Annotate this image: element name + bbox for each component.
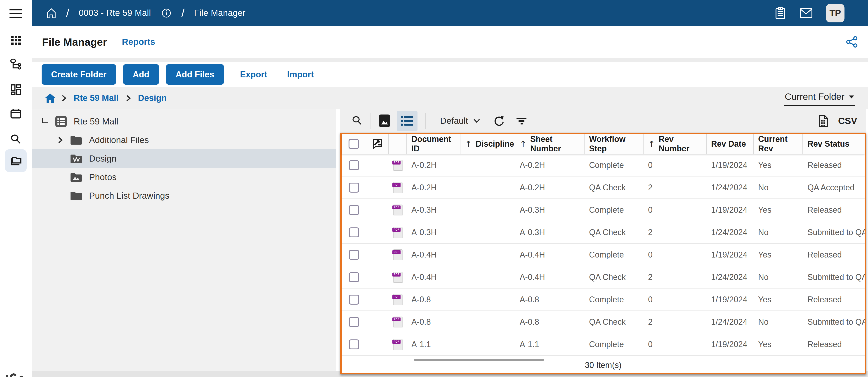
- cell-document-id[interactable]: A-0.3H: [407, 228, 460, 237]
- avatar[interactable]: TP: [826, 4, 844, 22]
- cell-workflow-step: QA Check: [585, 272, 644, 282]
- share-icon[interactable]: [845, 35, 858, 48]
- folder-breadcrumb: Rte 59 Mall Design Current Folder: [32, 87, 868, 109]
- pdf-file-icon[interactable]: PDF: [393, 250, 402, 260]
- markup-column-header[interactable]: [366, 134, 389, 154]
- breadcrumb-folder-link[interactable]: Design: [138, 93, 167, 103]
- tree-item-design[interactable]: Design: [32, 149, 336, 168]
- column-header-current-rev[interactable]: Current Rev: [754, 134, 803, 154]
- row-checkbox[interactable]: [349, 205, 359, 215]
- cell-rev-date: 1/24/2024: [707, 228, 754, 237]
- pdf-file-icon[interactable]: PDF: [393, 205, 402, 215]
- select-all-checkbox[interactable]: [348, 139, 359, 149]
- pdf-badge: PDF: [393, 250, 401, 254]
- column-header-rev-date[interactable]: Rev Date: [707, 134, 754, 154]
- pdf-file-icon[interactable]: PDF: [393, 294, 402, 305]
- cell-rev-date: 1/19/2024: [707, 250, 754, 260]
- import-button[interactable]: Import: [287, 70, 314, 80]
- search-icon[interactable]: [351, 115, 363, 127]
- csv-file-icon[interactable]: [818, 115, 829, 127]
- column-header-workflow-step[interactable]: Workflow Step: [585, 134, 644, 154]
- reports-link[interactable]: Reports: [122, 37, 155, 47]
- row-checkbox[interactable]: [349, 160, 359, 170]
- column-header-discipline[interactable]: ↑ Discipline: [460, 134, 515, 154]
- cell-document-id[interactable]: A-1.1: [407, 340, 460, 349]
- row-checkbox[interactable]: [349, 227, 359, 237]
- folder-icon: [70, 190, 83, 201]
- hamburger-menu-icon[interactable]: [9, 9, 22, 18]
- cell-sheet-number: A-0.2H: [515, 161, 585, 170]
- breadcrumb-project[interactable]: 0003 - Rte 59 Mall: [79, 8, 151, 18]
- pdf-file-icon[interactable]: PDF: [393, 272, 402, 283]
- column-header-rev-status[interactable]: Rev Status: [803, 134, 865, 154]
- folder-scope-select[interactable]: Current Folder: [784, 90, 855, 106]
- pdf-file-icon[interactable]: PDF: [393, 227, 402, 238]
- column-header-document-id[interactable]: Document ID: [407, 134, 460, 154]
- table-row[interactable]: PDF A-0.3H A-0.3H QA Check 2 1/24/2024 N…: [342, 221, 865, 244]
- cell-document-id[interactable]: A-0.8: [407, 317, 460, 327]
- cell-document-id[interactable]: A-0.2H: [407, 161, 460, 170]
- clipboard-icon[interactable]: [774, 6, 786, 20]
- table-row[interactable]: PDF A-0.4H A-0.4H QA Check 2 1/24/2024 N…: [342, 266, 865, 289]
- tree-root-node[interactable]: Rte 59 Mall: [32, 112, 336, 131]
- dashboard-icon[interactable]: [0, 83, 32, 95]
- breadcrumb-project-link[interactable]: Rte 59 Mall: [74, 93, 119, 103]
- table-row[interactable]: PDF A-1.1 A-1.1 Complete 0 1/19/2024 Yes…: [342, 333, 865, 356]
- row-checkbox[interactable]: [349, 183, 359, 193]
- column-header-sheet-number[interactable]: ↑ Sheet Number: [515, 134, 585, 154]
- chevron-right-icon[interactable]: [57, 136, 70, 144]
- row-checkbox[interactable]: [349, 272, 359, 282]
- table-row[interactable]: PDF A-0.4H A-0.4H Complete 0 1/19/2024 Y…: [342, 244, 865, 266]
- table-row[interactable]: PDF A-0.8 A-0.8 Complete 0 1/19/2024 Yes…: [342, 289, 865, 311]
- search-icon[interactable]: [0, 133, 32, 146]
- cell-rev-date: 1/24/2024: [707, 183, 754, 192]
- file-grid-highlighted: Document ID ↑ Discipline ↑ Sheet Number …: [340, 133, 866, 374]
- cell-document-id[interactable]: A-0.3H: [407, 205, 460, 215]
- table-row[interactable]: PDF A-0.8 A-0.8 QA Check 2 1/24/2024 No …: [342, 311, 865, 333]
- pdf-badge: PDF: [393, 273, 401, 277]
- row-checkbox[interactable]: [349, 340, 359, 349]
- pdf-file-icon[interactable]: PDF: [393, 182, 402, 193]
- export-button[interactable]: Export: [240, 70, 267, 80]
- csv-export-button[interactable]: CSV: [838, 116, 857, 126]
- row-checkbox[interactable]: [349, 317, 359, 327]
- home-icon[interactable]: [46, 7, 57, 19]
- tree-item-photos[interactable]: Photos: [32, 168, 336, 186]
- table-row[interactable]: PDF A-0.3H A-0.3H Complete 0 1/19/2024 Y…: [342, 199, 865, 221]
- pdf-file-icon[interactable]: PDF: [393, 339, 402, 350]
- home-icon[interactable]: [45, 92, 56, 104]
- list-view-active-bg[interactable]: [397, 111, 417, 131]
- cell-document-id[interactable]: A-0.4H: [407, 250, 460, 260]
- create-folder-button[interactable]: Create Folder: [41, 64, 116, 85]
- filter-icon[interactable]: [516, 116, 527, 126]
- view-preset-select[interactable]: Default: [440, 116, 480, 126]
- table-row[interactable]: PDF A-0.2H A-0.2H Complete 0 1/19/2024 Y…: [342, 154, 865, 176]
- column-header-rev-number[interactable]: ↑ Rev Number: [644, 134, 707, 154]
- table-row[interactable]: PDF A-0.2H A-0.2H QA Check 2 1/24/2024 N…: [342, 176, 865, 199]
- horizontal-scrollbar[interactable]: [414, 359, 544, 361]
- cell-document-id[interactable]: A-0.2H: [407, 183, 460, 192]
- image-view-icon[interactable]: [377, 114, 392, 128]
- info-icon[interactable]: [161, 8, 172, 19]
- add-files-button[interactable]: Add Files: [166, 64, 224, 85]
- collapse-icon[interactable]: [42, 118, 48, 123]
- refresh-icon[interactable]: [493, 115, 505, 127]
- page-title: File Manager: [42, 36, 107, 48]
- tree-item-punch-list-drawings[interactable]: Punch List Drawings: [32, 186, 336, 205]
- cell-document-id[interactable]: A-0.8: [407, 295, 460, 304]
- pdf-badge: PDF: [393, 318, 401, 321]
- pdf-file-icon[interactable]: PDF: [393, 160, 402, 171]
- cell-document-id[interactable]: A-0.4H: [407, 272, 460, 282]
- row-checkbox[interactable]: [349, 250, 359, 260]
- mail-icon[interactable]: [799, 8, 813, 18]
- tree-item-additional-files[interactable]: Additional Files: [32, 131, 336, 149]
- apps-grid-icon[interactable]: [0, 34, 32, 46]
- grid-footer: 30 Item(s): [342, 358, 865, 373]
- add-button[interactable]: Add: [123, 64, 159, 85]
- workflow-icon[interactable]: [0, 58, 32, 71]
- calendar-icon[interactable]: [0, 107, 32, 120]
- row-checkbox[interactable]: [349, 295, 359, 304]
- folders-icon[interactable]: [0, 154, 32, 167]
- pdf-file-icon[interactable]: PDF: [393, 317, 402, 327]
- file-type-column-header[interactable]: [389, 134, 407, 154]
